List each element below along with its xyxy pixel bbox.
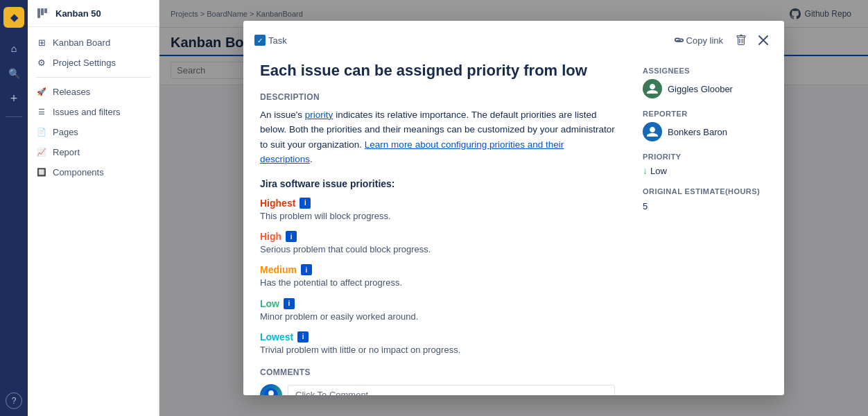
reporter-avatar	[643, 122, 662, 141]
assignee-name: Giggles Gloober	[668, 84, 733, 94]
link-icon	[674, 35, 684, 45]
modal-sidebar: Assignees Giggles Gloober	[632, 55, 784, 395]
comments-section: Comments Click To Comment	[260, 367, 615, 395]
nav-item-components[interactable]: 🔲 Components	[28, 162, 159, 182]
copy-link-button[interactable]: Copy link	[668, 33, 729, 49]
close-icon	[758, 35, 768, 45]
nav-item-report[interactable]: 📈 Report	[28, 142, 159, 162]
low-label: Low	[260, 298, 279, 309]
priority-item-low: Low i Minor problem or easily worked aro…	[260, 298, 615, 323]
priority-value-row: ↓ Low	[643, 165, 773, 176]
svg-rect-0	[37, 8, 40, 18]
delete-button[interactable]	[731, 31, 751, 50]
nav-label-kanban-board: Kanban Board	[53, 37, 110, 48]
issue-title: Each issue can be assigned priority from…	[260, 55, 615, 81]
priority-desc-low: Minor problem or easily worked around.	[260, 311, 615, 323]
highest-label: Highest	[260, 198, 295, 209]
svg-rect-1	[41, 8, 44, 15]
nav-label-pages: Pages	[53, 127, 78, 137]
comment-user-avatar	[260, 384, 282, 395]
close-button[interactable]	[754, 31, 773, 50]
assignees-section: Assignees Giggles Gloober	[643, 67, 773, 98]
sidebar-home-icon[interactable]: ⌂	[4, 39, 24, 58]
reporter-name: Bonkers Baron	[668, 127, 727, 137]
project-settings-icon: ⚙	[36, 58, 47, 68]
high-label: High	[260, 231, 281, 242]
modal-main: Each issue can be assigned priority from…	[243, 55, 632, 395]
low-info-icon[interactable]: i	[284, 298, 295, 309]
sidebar-search-icon[interactable]: 🔍	[4, 64, 24, 83]
app-kanban-icon	[35, 6, 50, 21]
nav-item-issues-filters[interactable]: ☰ Issues and filters	[28, 102, 159, 122]
medium-label: Medium	[260, 264, 297, 275]
priority-desc-high: Serious problem that could block progres…	[260, 243, 615, 256]
priority-desc-lowest: Trivial problem with little or no impact…	[260, 344, 615, 356]
priority-label: Priority	[643, 153, 773, 161]
priority-inline-link[interactable]: priority	[305, 110, 333, 120]
priority-section: Priority ↓ Low	[643, 153, 773, 176]
medium-info-icon[interactable]: i	[301, 264, 312, 275]
nav-item-pages[interactable]: 📄 Pages	[28, 122, 159, 142]
priority-item-lowest: Lowest i Trivial problem with little or …	[260, 331, 615, 356]
app-title: Kanban 50	[55, 8, 101, 19]
sidebar-logo[interactable]: ◆	[3, 7, 24, 28]
priority-name-low: Low i	[260, 298, 615, 309]
sidebar-bottom: ?	[6, 392, 22, 409]
reporter-label: Reporter	[643, 110, 773, 118]
issues-filters-icon: ☰	[36, 107, 47, 116]
estimate-label: Original Estimate(Hours)	[643, 187, 773, 196]
lowest-info-icon[interactable]: i	[297, 331, 309, 343]
nav-label-components: Components	[53, 167, 104, 177]
priority-name-medium: Medium i	[260, 264, 615, 275]
priority-desc-medium: Has the potential to affect progress.	[260, 277, 615, 289]
comments-label: Comments	[260, 367, 615, 377]
task-label: Task	[268, 35, 287, 46]
priority-name-lowest: Lowest i	[260, 331, 615, 343]
copy-link-label: Copy link	[686, 35, 723, 46]
assignee-row: Giggles Gloober	[643, 79, 773, 98]
task-type-icon: ✓	[254, 35, 266, 46]
modal-overlay[interactable]: ✓ Task Copy link	[159, 0, 868, 416]
modal-header: ✓ Task Copy link	[243, 21, 784, 55]
issue-modal: ✓ Task Copy link	[243, 21, 784, 395]
priority-item-highest: Highest i This problem will block progre…	[260, 198, 615, 223]
desc-end: .	[310, 154, 313, 164]
sidebar-help-icon[interactable]: ?	[6, 392, 22, 409]
nav-label-releases: Releases	[53, 87, 90, 97]
priority-value-text: Low	[650, 166, 667, 176]
reporter-row: Bonkers Baron	[643, 122, 773, 141]
nav-label-issues-filters: Issues and filters	[53, 107, 121, 117]
kanban-board-icon: ⊞	[36, 37, 47, 48]
description-label: Description	[260, 92, 615, 102]
estimate-section: Original Estimate(Hours) 5	[643, 187, 773, 212]
logo-icon: ◆	[10, 12, 18, 23]
description-text: An issue's priority indicates its relati…	[260, 107, 615, 167]
trash-icon	[736, 35, 747, 46]
priority-name-high: High i	[260, 231, 615, 242]
highest-info-icon[interactable]: i	[300, 198, 311, 209]
sidebar-create-icon[interactable]: +	[4, 89, 24, 108]
components-icon: 🔲	[36, 168, 47, 177]
app-header: Kanban 50	[28, 0, 159, 27]
comment-input[interactable]: Click To Comment	[288, 385, 615, 395]
high-info-icon[interactable]: i	[286, 231, 297, 242]
nav-label-report: Report	[53, 147, 80, 157]
sidebar: ◆ ⌂ 🔍 + ?	[0, 0, 28, 416]
estimate-value: 5	[643, 201, 648, 211]
task-badge: ✓ Task	[254, 35, 287, 46]
reporter-section: Reporter Bonkers Baron	[643, 110, 773, 141]
assignee-avatar	[643, 79, 662, 98]
nav-items: ⊞ Kanban Board ⚙ Project Settings 🚀 Rele…	[28, 27, 159, 416]
nav-item-releases[interactable]: 🚀 Releases	[28, 82, 159, 102]
lowest-label: Lowest	[260, 331, 293, 343]
releases-icon: 🚀	[36, 87, 47, 96]
sidebar-divider	[6, 116, 22, 117]
pages-icon: 📄	[36, 128, 47, 137]
main-content: Projects > BoardName > KanbanBoard Githu…	[159, 0, 868, 416]
left-nav: Kanban 50 ⊞ Kanban Board ⚙ Project Setti…	[28, 0, 159, 416]
nav-item-kanban-board[interactable]: ⊞ Kanban Board	[28, 33, 159, 53]
nav-item-project-settings[interactable]: ⚙ Project Settings	[28, 53, 159, 73]
priority-desc-highest: This problem will block progress.	[260, 210, 615, 223]
nav-divider	[36, 77, 150, 78]
modal-body: Each issue can be assigned priority from…	[243, 55, 784, 395]
